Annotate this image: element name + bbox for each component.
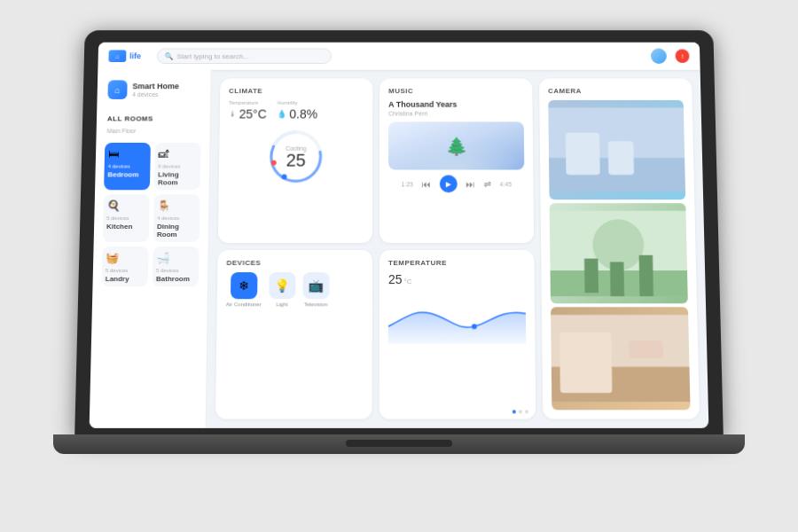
room-card-dining-room[interactable]: 🪑 4 devices Dining Room <box>153 194 200 242</box>
search-placeholder-text: Start typing to search... <box>176 52 248 60</box>
music-time-total: 4:45 <box>500 181 512 187</box>
devices-card: Devices ❄ Air Conditioner <box>215 250 372 419</box>
svg-point-4 <box>282 174 287 179</box>
laptop-screen: ⌂ life 🔍 Start typing to search... ! <box>74 30 724 437</box>
svg-point-3 <box>271 160 277 166</box>
light-name: Light <box>276 301 287 307</box>
ac-icon: ❄ <box>239 278 249 293</box>
thermometer-icon: 🌡 <box>229 110 237 119</box>
humidity-stat: Humidity 💧 0.8% <box>277 100 317 121</box>
tv-icon: 📺 <box>309 278 324 293</box>
svg-rect-7 <box>566 133 600 175</box>
room-card-kitchen[interactable]: 🍳 5 devices Kitchen <box>103 194 150 242</box>
dial-label: Cooling 25 <box>286 145 307 168</box>
dining-room-icon: 🪑 <box>157 200 170 212</box>
sidebar-logo: ⌂ <box>107 80 127 98</box>
room-card-landry[interactable]: 🧺 5 devices Landry <box>102 246 149 286</box>
kitchen-count: 5 devices <box>106 215 129 221</box>
camera-thumb-1[interactable] <box>548 100 685 200</box>
svg-rect-13 <box>610 262 624 296</box>
camera-card: Camera <box>539 79 700 419</box>
svg-rect-14 <box>639 254 653 295</box>
bedroom-count: 4 devices <box>108 164 130 169</box>
app-ui: ⌂ life 🔍 Start typing to search... ! <box>90 43 709 428</box>
dot-2 <box>519 410 522 413</box>
room-card-bathroom[interactable]: 🛁 5 devices Bathroom <box>153 246 200 286</box>
devices-card-title: Devices <box>226 259 363 267</box>
music-next-button[interactable]: ⏭ <box>466 179 475 189</box>
device-item-light[interactable]: 💡 Light <box>269 272 296 307</box>
living-room-icon: 🛋 <box>159 148 169 160</box>
tv-icon-box: 📺 <box>302 272 329 299</box>
music-prev-button[interactable]: ⏮ <box>422 179 431 189</box>
temp-display: 25 °C <box>388 272 526 286</box>
device-item-tv[interactable]: 📺 Television <box>302 272 329 307</box>
climate-card: Climate Temperature 🌡 25°C <box>218 79 373 243</box>
room-grid: 🛏 4 devices Bedroom 🛋 6 devices Living R… <box>100 143 203 286</box>
temp-current-value: 25 <box>388 272 403 286</box>
temp-card: Temperature 25 °C <box>379 250 536 419</box>
music-shuffle-icon[interactable]: ⇌ <box>484 179 491 189</box>
main-content: ⌂ Smart Home 4 devices ALL ROOMS Main Fl… <box>90 70 709 428</box>
devices-list: ❄ Air Conditioner 💡 Light <box>226 272 364 307</box>
screen-bezel: ⌂ life 🔍 Start typing to search... ! <box>90 43 709 428</box>
search-bar[interactable]: 🔍 Start typing to search... <box>157 49 332 64</box>
room-card-living-room[interactable]: 🛋 6 devices Living Room <box>154 143 201 190</box>
top-nav: ⌂ life 🔍 Start typing to search... ! <box>98 43 700 70</box>
music-tree-icon: 🌲 <box>445 136 467 157</box>
light-icon: 💡 <box>275 278 290 293</box>
music-card: Music A Thousand Years Christina Perri 🌲… <box>379 79 534 243</box>
temp-wave-svg <box>388 286 526 349</box>
device-item-ac[interactable]: ❄ Air Conditioner <box>226 272 262 307</box>
cooling-dial: Cooling 25 <box>228 126 364 187</box>
music-visual: 🌲 <box>388 121 524 169</box>
dial-container: Cooling 25 <box>265 126 327 187</box>
ac-icon-box: ❄ <box>231 272 257 299</box>
music-artist: Christina Perri <box>388 111 524 117</box>
dashboard: Climate Temperature 🌡 25°C <box>207 70 709 428</box>
nav-logo: ⌂ life <box>108 50 141 62</box>
music-time-current: 1:23 <box>401 181 413 187</box>
music-play-button[interactable]: ▶ <box>440 175 458 192</box>
svg-rect-18 <box>629 341 663 359</box>
humidity-label: Humidity <box>278 100 318 106</box>
svg-rect-8 <box>608 141 634 175</box>
logo-text: life <box>129 51 141 60</box>
notification-icon[interactable]: ! <box>675 49 689 63</box>
logo-icon: ⌂ <box>108 50 126 62</box>
dot-navigation <box>512 410 528 413</box>
dining-room-count: 4 devices <box>157 215 179 221</box>
music-card-title: Music <box>388 87 523 95</box>
sidebar-app-subtitle: 4 devices <box>132 91 179 98</box>
camera-thumb-1-inner <box>548 100 685 200</box>
tv-name: Television <box>304 301 328 307</box>
climate-stats: Temperature 🌡 25°C Humidity 💧 <box>229 100 364 121</box>
sidebar-brand: Smart Home 4 devices <box>132 82 179 97</box>
music-controls: 1:23 ⏮ ▶ ⏭ ⇌ 4:45 <box>388 175 525 192</box>
bathroom-icon: 🛁 <box>156 252 169 264</box>
music-song-title: A Thousand Years <box>388 100 524 109</box>
room-card-bedroom[interactable]: 🛏 4 devices Bedroom <box>104 143 151 190</box>
sidebar-header: ⌂ Smart Home 4 devices <box>104 80 203 98</box>
laptop-base <box>53 434 745 454</box>
temp-unit: °C <box>404 278 412 286</box>
svg-rect-12 <box>584 258 598 293</box>
temperature-stat: Temperature 🌡 25°C <box>229 100 267 121</box>
bedroom-name: Bedroom <box>107 170 138 178</box>
bathroom-count: 5 devices <box>156 268 179 273</box>
living-room-name: Living Room <box>158 170 197 186</box>
humidity-value: 💧 0.8% <box>277 107 317 121</box>
climate-card-title: Climate <box>229 87 364 95</box>
sidebar: ⌂ Smart Home 4 devices ALL ROOMS Main Fl… <box>90 70 212 428</box>
camera-grid <box>548 100 690 410</box>
kitchen-icon: 🍳 <box>106 200 120 212</box>
user-avatar[interactable] <box>651 49 667 64</box>
temp-card-title: Temperature <box>388 259 525 267</box>
kitchen-name: Kitchen <box>106 223 133 231</box>
temperature-label: Temperature <box>229 100 267 106</box>
living-room-count: 6 devices <box>158 164 180 169</box>
camera-thumb-3[interactable] <box>551 308 691 411</box>
dot-3 <box>525 410 528 413</box>
camera-card-title: Camera <box>548 87 683 95</box>
camera-thumb-2[interactable] <box>550 203 688 304</box>
